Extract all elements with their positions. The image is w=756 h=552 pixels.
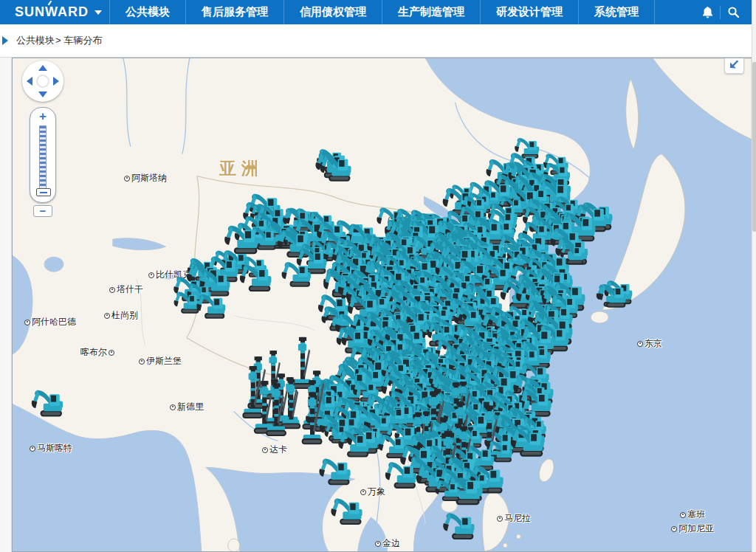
breadcrumb: 公共模块>车辆分布 [16, 34, 103, 47]
pan-center-button[interactable] [36, 75, 49, 88]
navbar-right-tools [695, 0, 756, 24]
main-menu: 公共模块 售后服务管理 信用债权管理 生产制造管理 研发设计管理 系统管理 [109, 0, 655, 24]
excavator-marker[interactable] [331, 498, 362, 525]
vehicle-distribution-map[interactable]: 亚洲 阿斯塔纳乌兰巴托比什凯克塔什干杜尚别阿什哈巴德喀布尔伊斯兰堡新德里马斯喀特… [12, 58, 752, 552]
pan-down-button[interactable] [38, 92, 47, 97]
map-pan-control [22, 61, 63, 102]
excavator-marker[interactable] [385, 462, 416, 489]
nav-item-public-module[interactable]: 公共模块 [109, 0, 185, 24]
bell-icon[interactable] [695, 0, 720, 24]
chevron-down-icon [94, 10, 102, 15]
nav-item-rd-design[interactable]: 研发设计管理 [480, 0, 578, 24]
nav-item-credit-claims[interactable]: 信用债权管理 [284, 0, 382, 24]
search-icon[interactable] [721, 0, 746, 24]
excavator-marker[interactable] [32, 390, 63, 417]
sidebar-expand-arrow[interactable] [2, 36, 8, 45]
excavator-marker[interactable] [224, 226, 258, 254]
zoom-out-button[interactable]: − [33, 205, 52, 217]
vehicle-markers-layer [13, 58, 752, 551]
zoom-slider-track[interactable] [39, 125, 47, 196]
excavator-marker[interactable] [443, 513, 474, 539]
top-navbar: SUNWARD 公共模块 售后服务管理 信用债权管理 生产制造管理 研发设计管理… [0, 0, 756, 24]
excavator-marker[interactable] [196, 294, 225, 319]
breadcrumb-separator: > [55, 35, 61, 46]
breadcrumb-page: 车辆分布 [64, 35, 103, 46]
pan-left-button[interactable] [27, 77, 32, 86]
excavator-marker[interactable] [379, 435, 407, 458]
page-scrollbar[interactable] [752, 0, 756, 552]
pan-up-button[interactable] [38, 65, 47, 71]
breadcrumb-section[interactable]: 公共模块 [16, 35, 55, 46]
nav-item-system-mgmt[interactable]: 系统管理 [578, 0, 655, 24]
excavator-marker[interactable] [282, 262, 311, 286]
zoom-in-button[interactable]: + [39, 111, 47, 123]
scrollbar-thumb[interactable] [752, 62, 756, 232]
nav-item-manufacturing[interactable]: 生产制造管理 [382, 0, 480, 24]
nav-item-aftersales-service[interactable]: 售后服务管理 [185, 0, 284, 24]
pan-right-button[interactable] [53, 77, 59, 86]
excavator-marker[interactable] [319, 459, 350, 486]
collapse-map-button[interactable] [724, 58, 744, 74]
map-zoom-control: + − [30, 107, 56, 217]
arrow-down-left-icon [729, 58, 740, 69]
breadcrumb-bar: 公共模块>车辆分布 [0, 24, 756, 58]
zoom-slider-handle[interactable] [36, 188, 51, 196]
collapsed-sidebar-strip [0, 58, 12, 552]
brand-logo[interactable]: SUNWARD [0, 0, 109, 24]
